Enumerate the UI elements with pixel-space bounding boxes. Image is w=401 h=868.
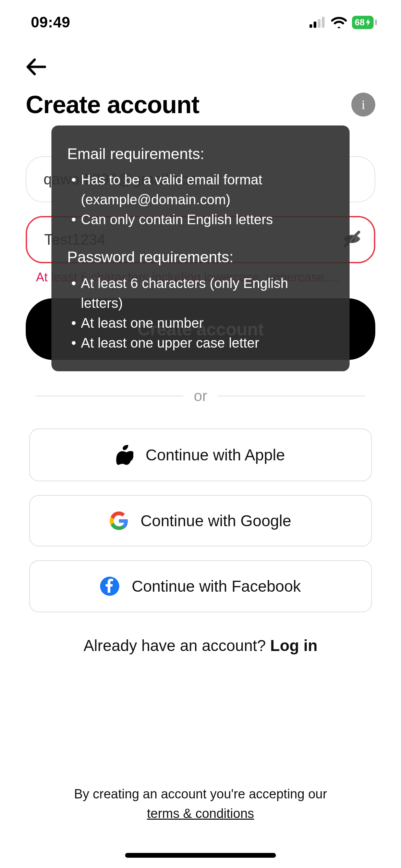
login-prompt: Already have an account? [84,637,270,654]
apple-label: Continue with Apple [146,446,285,464]
email-req-item: Can only contain English letters [67,209,334,229]
login-link[interactable]: Log in [270,637,317,654]
facebook-icon [100,577,119,596]
battery-indicator: 68 [352,16,377,29]
terms-text: By creating an account you're accepting … [0,784,401,823]
divider-label: or [194,387,207,405]
svg-rect-1 [314,22,316,28]
terms-line: By creating an account you're accepting … [0,784,401,804]
facebook-label: Continue with Facebook [132,577,301,595]
password-req-item: At least 6 characters (only English lett… [67,273,334,313]
terms-link[interactable]: terms & conditions [147,806,254,821]
password-req-title: Password requirements: [67,246,334,268]
password-req-item: At least one number [67,313,334,333]
svg-rect-0 [309,24,312,28]
home-indicator[interactable] [125,853,276,858]
battery-percent: 68 [355,17,365,28]
page-title: Create account [26,91,199,119]
cellular-icon [309,17,326,28]
google-label: Continue with Google [141,511,291,530]
google-icon [110,511,128,530]
divider: or [36,387,365,405]
email-req-item: Has to be a valid email format (example@… [67,170,334,209]
continue-google-button[interactable]: Continue with Google [29,495,372,546]
apple-icon [116,445,133,465]
svg-rect-3 [322,17,325,28]
back-arrow-icon[interactable] [26,58,46,75]
continue-apple-button[interactable]: Continue with Apple [29,429,372,481]
wifi-icon [331,16,347,28]
password-req-item: At least one upper case letter [67,333,334,353]
requirements-tooltip: Email requirements: Has to be a valid em… [51,125,350,371]
status-indicators: 68 [309,16,377,29]
status-bar: 09:49 68 [0,0,401,38]
continue-facebook-button[interactable]: Continue with Facebook [29,560,372,612]
login-row: Already have an account? Log in [26,636,375,655]
status-time: 09:49 [31,14,70,31]
email-req-title: Email requirements: [67,143,334,165]
svg-rect-2 [318,19,320,28]
info-button[interactable]: i [351,93,375,117]
